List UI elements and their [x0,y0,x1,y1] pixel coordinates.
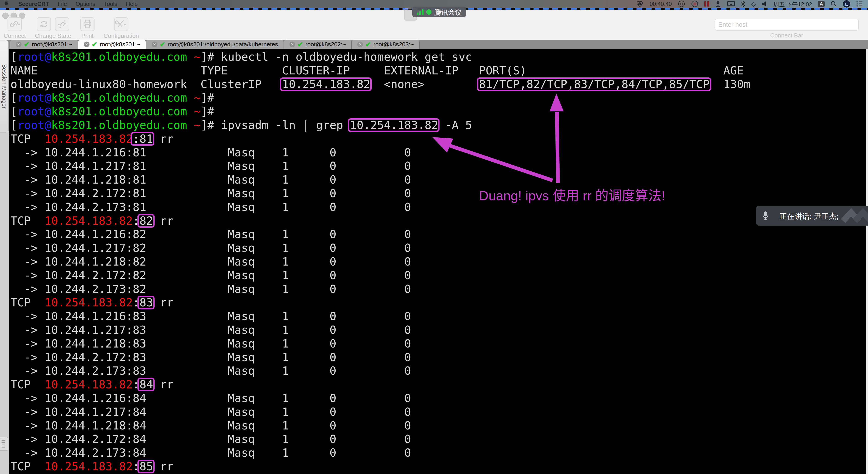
terminal-line: -> 10.244.2.172:83 Masq 1 0 0 [10,351,866,365]
meeting-status-pill[interactable]: 腾讯会议 [412,7,466,17]
terminal-text: -> 10.244.1.216:83 Masq 1 0 0 [10,310,411,323]
terminal-text: -> 10.244.1.216:84 Masq 1 0 0 [10,391,411,405]
terminal-line: -> 10.244.1.217:84 Masq 1 0 0 [10,405,866,419]
terminal-line: -> 10.244.2.172:81 Masq 1 0 0 [10,187,866,200]
terminal-line: -> 10.244.2.173:84 Masq 1 0 0 [10,446,866,460]
tab-connected-check-icon: ✔ [298,41,303,48]
terminal-text: : [133,214,140,227]
change-state-button[interactable]: Change State [35,18,71,39]
session-tab-5[interactable]: ✕✔root@k8s203:~ [351,40,420,49]
tab-close-icon[interactable]: ✕ [289,41,295,47]
apple-menu-icon[interactable] [5,0,9,7]
terminal-text: 10.254.183.82 [44,378,133,391]
session-manager-tab[interactable]: Session Manager [0,40,9,132]
volume-icon[interactable] [762,1,767,7]
connect-bar-label: Connect Bar [770,32,803,39]
terminal-text: rr [153,378,174,391]
terminal-highlighted-text: 83 [140,296,153,309]
terminal-text: -> 10.244.1.217:83 Masq 1 0 0 [10,323,411,337]
menu-item-help[interactable]: Help [126,1,138,7]
session-tab-bar: ✕✔root@k8s201:~✕✔root@k8s201:~✕✔root@k8s… [0,40,868,49]
speaking-text: 正在讲话: 尹正杰; [779,210,839,221]
terminal-text: -> 10.244.1.218:84 Masq 1 0 0 [10,419,411,432]
terminal-text: oldboyedu-linux80-homework [10,77,201,91]
session-manager-grip[interactable] [0,437,8,451]
tab-label: root@k8s201:~ [32,41,72,48]
enter-host-input[interactable] [715,19,859,31]
tab-close-icon[interactable]: ✕ [84,41,90,47]
tab-close-icon[interactable]: ✕ [152,41,157,47]
session-tab-3[interactable]: ✕✔root@k8s201:/oldboyedu/data/kubernetes [146,40,284,49]
microphone-icon[interactable] [762,211,769,221]
bluetooth-icon[interactable] [741,0,745,7]
meeting-app-icon[interactable] [843,0,850,7]
terminal-text: ClusterIP [201,77,282,91]
pause-button-icon[interactable] [678,0,685,7]
terminal-text: [ [10,50,17,63]
terminal-text: -> 10.244.2.172:82 Masq 1 0 0 [10,269,411,282]
terminal-region: Session Manager [root@k8s201.oldboyedu.c… [0,49,868,474]
terminal-text: 10.254.183.82 [44,460,133,473]
terminal-line: -> 10.244.1.218:82 Masq 1 0 0 [10,255,866,269]
terminal-text: -> 10.244.2.173:82 Masq 1 0 0 [10,282,411,296]
terminal-text: -> 10.244.1.218:83 Masq 1 0 0 [10,337,411,350]
terminal-text: TCP [10,296,44,309]
menu-items: SecureCRT FileOptionsToolsHelp [0,0,138,7]
terminal-text: k8s201.oldboyedu.com [51,105,187,118]
terminal-text: ~ [187,105,200,118]
session-tab-1[interactable]: ✕✔root@k8s201:~ [10,40,78,49]
terminal-text: [ [10,105,17,118]
terminal-line: -> 10.244.1.217:81 Masq 1 0 0 [10,159,866,173]
terminal-text [710,77,723,91]
tab-close-icon[interactable]: ✕ [16,41,22,47]
stop-record-button-icon[interactable] [691,0,699,7]
menu-app-name[interactable]: SecureCRT [18,1,49,7]
terminal-highlighted-text: 10.254.183.82 [282,77,370,91]
session-tab-4[interactable]: ✕✔root@k8s202:~ [284,40,352,49]
connect-button[interactable]: Connect [4,18,26,39]
menu-item-file[interactable]: File [58,1,67,7]
configuration-button[interactable]: Configuration [104,18,139,39]
terminal-highlighted-text: 82 [140,214,153,227]
tab-close-icon[interactable]: ✕ [357,41,363,47]
terminal-text: k8s201.oldboyedu.com [51,119,187,132]
terminal-line: -> 10.244.1.217:82 Masq 1 0 0 [10,241,866,255]
speaking-overlay[interactable]: 正在讲话: 尹正杰; [756,206,868,226]
terminal-line: -> 10.244.1.218:83 Masq 1 0 0 [10,337,866,351]
terminal-line: -> 10.244.1.216:83 Masq 1 0 0 [10,310,866,323]
pause-bars-icon[interactable] [704,1,709,7]
tab-connected-check-icon: ✔ [24,41,29,48]
terminal-output[interactable]: [root@k8s201.oldboyedu.com ~]# kubectl -… [9,49,866,474]
terminal-text: 130m [723,77,750,91]
terminal-text: -> 10.244.1.217:81 Masq 1 0 0 [10,159,411,172]
screen: SecureCRT FileOptionsToolsHelp 00:40:40 [0,0,868,474]
terminal-scrollbar[interactable] [866,49,868,474]
terminal-highlighted-text: 85 [140,460,153,473]
terminal-text: rr [153,132,173,146]
terminal-text [370,77,384,91]
terminal-text: rr [153,214,174,227]
terminal-line: [root@k8s201.oldboyedu.com ~]# [10,91,866,105]
menu-item-tools[interactable]: Tools [104,1,117,7]
terminal-text: -> 10.244.1.218:82 Masq 1 0 0 [10,255,411,268]
person-icon[interactable] [715,0,721,7]
toolbar-button-label: Print [81,32,93,39]
terminal-line: TCP 10.254.183.82:82 rr [10,214,866,228]
terminal-text: -> 10.244.1.216:82 Masq 1 0 0 [10,228,411,241]
battery-diamond-icon[interactable]: ◇ [751,0,756,7]
display-mirroring-icon[interactable] [727,1,735,7]
tools-chevron-icon [114,18,128,31]
menu-item-options[interactable]: Options [75,1,95,7]
terminal-line: [root@k8s201.oldboyedu.com ~]# [10,105,866,119]
terminal-text: ~ [187,91,200,104]
control-center-icon[interactable] [856,1,863,7]
terminal-line: -> 10.244.1.218:81 Masq 1 0 0 [10,173,866,187]
screen-record-circles-icon[interactable] [636,1,644,7]
print-button[interactable]: Print [80,18,95,39]
input-source-badge[interactable]: A [818,1,825,7]
spotlight-search-icon[interactable] [831,1,837,7]
session-tab-2[interactable]: ✕✔root@k8s201:~ [78,40,146,49]
connect-bar: Connect Bar [715,19,859,39]
terminal-text: 10.254.183.82 [44,296,133,309]
tab-connected-check-icon: ✔ [160,41,165,48]
